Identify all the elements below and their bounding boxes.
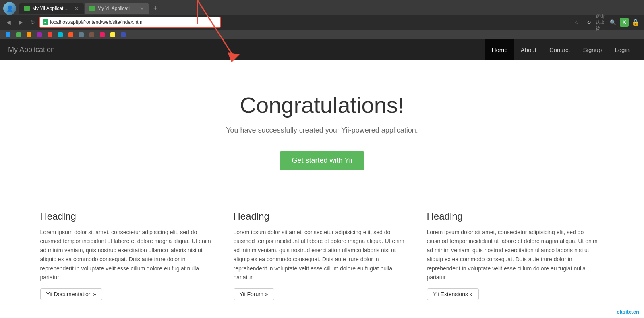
refresh-icon-2[interactable]: ↻ [584,17,594,27]
bookmark-item[interactable] [77,31,86,38]
bookmark-item[interactable] [14,31,23,38]
nav-item-home[interactable]: Home [485,39,514,60]
browser-chrome: 👤 My Yii Applicati... ✕ My Yii Applicati… [0,0,644,39]
bookmark-favicon [89,32,94,37]
bookmark-favicon [16,32,21,37]
tab-1-close[interactable]: ✕ [75,6,79,12]
tab-2[interactable]: My Yii Applicati ✕ [85,3,149,14]
bookmark-item[interactable] [56,31,65,38]
lock-icon[interactable]: 🔒 [630,17,641,27]
tab-favicon-1 [24,6,30,11]
address-text[interactable]: localhost/apitpl/frontend/web/site/index… [50,19,217,25]
bookmark-item[interactable] [24,31,34,38]
tab-1[interactable]: My Yii Applicati... ✕ [19,3,84,14]
bookmark-item[interactable] [3,31,13,38]
address-bar-right: ☆ ↻ 逛街认出被... 🔍 K 🔒 [572,17,641,27]
card-1: Heading Lorem ipsum dolor sit amet, cons… [40,211,217,300]
star-icon[interactable]: ☆ [572,17,582,27]
tab-1-label: My Yii Applicati... [32,6,68,11]
hero-subtitle: You have successfully created your Yii-p… [8,126,636,135]
bookmark-item[interactable] [118,31,128,38]
hero-section: Congratulations! You have successfully c… [0,60,644,195]
get-started-button[interactable]: Get started with Yii [280,151,364,170]
extension-icon[interactable]: 逛街认出被... [596,17,606,27]
bookmark-favicon [68,32,73,37]
nav-item-login[interactable]: Login [608,39,636,60]
bookmark-item[interactable] [45,31,55,38]
tab-favicon-2 [89,6,95,11]
bookmark-favicon [6,32,10,37]
bookmark-item[interactable] [87,31,97,38]
card-3: Heading Lorem ipsum dolor sit amet, cons… [427,211,604,300]
bookmark-item[interactable] [35,31,44,38]
bookmark-favicon [121,32,126,37]
card-3-button[interactable]: Yii Extensions » [427,288,479,300]
navbar-brand[interactable]: My Application [8,46,55,54]
bookmarks-bar [0,30,644,39]
card-1-button[interactable]: Yii Documentation » [40,288,103,300]
navbar: My Application Home About Contact Signup… [0,39,644,60]
card-2-text: Lorem ipsum dolor sit amet, consectetur … [234,228,411,282]
back-button[interactable]: ◀ [3,17,14,27]
navbar-nav: Home About Contact Signup Login [485,39,636,60]
card-2-button[interactable]: Yii Forum » [234,288,274,300]
avatar[interactable]: 👤 [3,2,16,15]
search-icon[interactable]: 🔍 [608,17,618,27]
refresh-button[interactable]: ↻ [27,17,38,27]
address-bar-row: ◀ ▶ ↻ ✓ localhost/apitpl/frontend/web/si… [0,15,644,30]
card-1-heading: Heading [40,211,217,222]
bookmark-item[interactable] [97,31,107,38]
hero-title: Congratulations! [8,92,636,118]
browser-wrapper: 👤 My Yii Applicati... ✕ My Yii Applicati… [0,0,644,39]
bookmark-item[interactable] [66,31,76,38]
user-k-icon[interactable]: K [620,18,629,27]
forward-button[interactable]: ▶ [15,17,26,27]
bookmark-favicon [27,32,31,37]
nav-item-signup[interactable]: Signup [577,39,609,60]
tab-2-label: My Yii Applicati [97,6,130,11]
tab-2-close[interactable]: ✕ [140,6,144,12]
tab-bar: 👤 My Yii Applicati... ✕ My Yii Applicati… [0,0,644,15]
cards-section: Heading Lorem ipsum dolor sit amet, cons… [0,195,644,318]
bookmark-item[interactable] [108,31,118,38]
nav-item-about[interactable]: About [514,39,543,60]
bookmark-favicon [110,32,115,37]
card-3-heading: Heading [427,211,604,222]
card-1-text: Lorem ipsum dolor sit amet, consectetur … [40,228,217,282]
card-2-heading: Heading [234,211,411,222]
bookmark-favicon [48,32,52,37]
main-content: Congratulations! You have successfully c… [0,60,644,318]
bookmark-favicon [58,32,63,37]
address-bar[interactable]: ✓ localhost/apitpl/frontend/web/site/ind… [39,17,221,28]
bookmark-favicon [79,32,84,37]
bookmark-favicon [100,32,105,37]
card-3-text: Lorem ipsum dolor sit amet, consectetur … [427,228,604,282]
bookmark-favicon [37,32,42,37]
nav-item-contact[interactable]: Contact [543,39,577,60]
ssl-icon: ✓ [43,19,48,25]
new-tab-button[interactable]: + [150,3,161,14]
watermark: cksite.cn [617,309,639,315]
card-2: Heading Lorem ipsum dolor sit amet, cons… [234,211,411,300]
avatar-image: 👤 [3,2,16,15]
